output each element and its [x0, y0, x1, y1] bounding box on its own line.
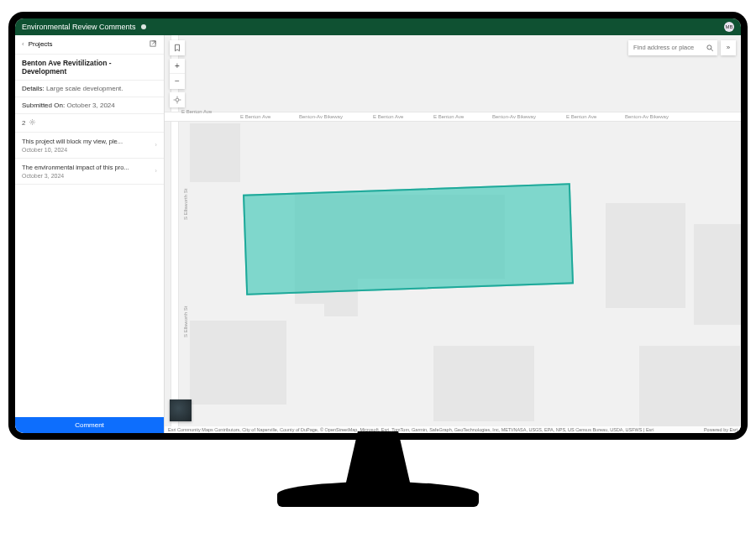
svg-point-2	[176, 98, 179, 102]
list-item[interactable]: This project will block my view, ple... …	[15, 133, 164, 159]
search-icon	[706, 44, 714, 52]
search-button[interactable]	[702, 40, 717, 55]
plus-icon: +	[175, 61, 180, 70]
road-label: Benton-Av Bikeway	[299, 114, 343, 119]
submitted-row: Submitted On: October 3, 2024	[15, 97, 164, 114]
road-label: E Benton Ave	[373, 114, 403, 119]
chevron-left-icon: ‹	[22, 40, 24, 48]
info-icon[interactable]	[141, 24, 146, 29]
app-header: Environmental Review Comments MB	[15, 18, 741, 35]
bookmark-icon	[173, 44, 181, 52]
zoom-out-button[interactable]: −	[170, 74, 185, 89]
comment-count-row: 2	[15, 114, 164, 133]
avatar[interactable]: MB	[724, 22, 734, 32]
map-building	[433, 346, 534, 421]
road-label: Benton-Av Bikeway	[492, 114, 536, 119]
comment-count: 2	[22, 119, 25, 127]
search-input[interactable]	[628, 40, 702, 55]
basemap-toggle[interactable]	[170, 399, 192, 421]
list-item[interactable]: The environmental impact of this pro... …	[15, 159, 164, 185]
minus-icon: −	[175, 76, 180, 86]
road-label: S Ellsworth St	[183, 188, 188, 219]
attribution-text: Esri Community Maps Contributors, City o…	[168, 427, 654, 432]
map-building	[190, 123, 240, 182]
locate-icon	[173, 96, 181, 104]
comment-date: October 3, 2024	[22, 173, 129, 179]
gear-icon[interactable]	[29, 118, 36, 128]
locate-button[interactable]	[170, 92, 185, 107]
submitted-value: October 3, 2024	[66, 102, 114, 109]
app-body: ‹ Projects Benton Ave Revitilization - D…	[15, 35, 741, 433]
comment-date: October 10, 2024	[22, 147, 123, 153]
powered-by: Powered by Esri	[704, 427, 738, 432]
details-label: Details:	[22, 85, 45, 92]
map-building	[606, 203, 685, 308]
app-screen: Environmental Review Comments MB ‹ Proje…	[15, 18, 741, 433]
popout-icon[interactable]	[149, 39, 157, 50]
map-building	[694, 224, 741, 325]
breadcrumb-label: Projects	[29, 40, 53, 48]
monitor-stand-base	[277, 482, 479, 507]
road-label: E Benton Ave	[240, 114, 270, 119]
road-label: S Ellsworth St	[183, 305, 188, 337]
expand-icon: »	[727, 44, 730, 51]
svg-point-3	[707, 44, 711, 49]
project-title-row: Benton Ave Revitilization - Development	[15, 55, 164, 81]
road-label: E Benton Ave	[433, 114, 464, 119]
chevron-right-icon: ›	[155, 167, 157, 175]
comment-button[interactable]: Comment	[15, 417, 164, 433]
project-polygon[interactable]	[243, 183, 574, 295]
details-value: Large scale development.	[46, 85, 123, 92]
chevron-right-icon: ›	[155, 141, 157, 149]
svg-point-1	[32, 121, 34, 123]
project-title: Benton Ave Revitilization - Development	[22, 59, 157, 76]
sidebar: ‹ Projects Benton Ave Revitilization - D…	[15, 35, 165, 433]
comment-text: This project will block my view, ple...	[22, 138, 123, 145]
monitor-frame: Environmental Review Comments MB ‹ Proje…	[8, 12, 748, 532]
submitted-label: Submitted On:	[22, 102, 65, 109]
zoom-in-button[interactable]: +	[170, 59, 185, 74]
details-row: Details: Large scale development.	[15, 81, 164, 97]
road-label: E Benton Ave	[181, 109, 212, 114]
expand-button[interactable]: »	[721, 40, 736, 55]
map-attribution: Esri Community Maps Contributors, City o…	[165, 426, 741, 433]
app-title: Environmental Review Comments	[22, 23, 136, 31]
map-building	[190, 321, 286, 405]
comment-button-label: Comment	[75, 421, 104, 429]
breadcrumb[interactable]: ‹ Projects	[15, 35, 164, 55]
avatar-initials: MB	[726, 24, 733, 29]
road-label: Benton-Av Bikeway	[625, 114, 669, 119]
sidebar-spacer	[15, 185, 164, 417]
road-label: E Benton Ave	[566, 114, 596, 119]
map-building	[324, 304, 358, 316]
comment-text: The environmental impact of this pro...	[22, 164, 129, 171]
search-box	[628, 40, 717, 55]
zoom-control: + −	[170, 59, 185, 89]
map-building	[639, 346, 740, 430]
screen-bezel: Environmental Review Comments MB ‹ Proje…	[8, 12, 748, 440]
bookmark-button[interactable]	[170, 40, 185, 55]
map[interactable]: E Benton Ave E Benton Ave Benton-Av Bike…	[165, 35, 741, 433]
